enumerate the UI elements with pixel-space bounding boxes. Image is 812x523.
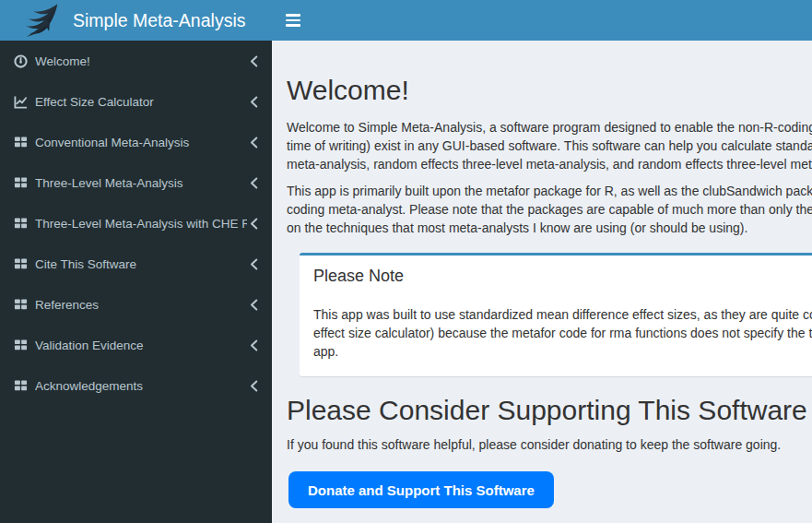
text-line: time of writing) exist in any GUI-based … [287,137,812,155]
sidebar-item-three-level-meta-analysis[interactable]: Three-Level Meta-Analysis [0,162,272,203]
sidebar-item-conventional-meta-analysis[interactable]: Conventional Meta-Analysis [0,122,272,162]
text-line: Welcome to Simple Meta-Analysis, a softw… [287,118,812,137]
top-navbar [272,0,812,41]
sidebar-item-cite-this-software[interactable]: Cite This Software [0,244,272,284]
chevron-left-icon [250,339,258,351]
main-header: Simple Meta-Analysis [0,0,812,41]
sidebar-item-three-level-meta-analysis-with-che-rve[interactable]: Three-Level Meta-Analysis with CHE RVE [0,203,272,244]
text-line: coding meta-analyst. Please note that th… [287,200,812,219]
chevron-left-icon [250,218,258,230]
table-icon [14,176,31,189]
sidebar-item-label: Three-Level Meta-Analysis with CHE RVE [35,217,247,231]
sidebar-item-label: Cite This Software [35,257,247,271]
sidebar-item-effect-size-calculator[interactable]: Effect Size Calculator [0,81,272,122]
please-note-box: Please Note This app was built to use st… [300,253,812,376]
chevron-left-icon [250,137,258,149]
sidebar-item-acknowledgements[interactable]: Acknowledgements [0,365,272,406]
note-box-body: This app was built to use standardized m… [300,291,812,376]
table-icon [14,298,31,311]
sidebar: Welcome! Effect Size Calculator Conventi… [0,41,272,523]
support-text: If you found this software helpful, plea… [287,435,812,454]
chart-line-icon [14,95,31,109]
text-line: This app is primarily built upon the met… [287,182,812,200]
chevron-left-icon [250,258,258,270]
sidebar-item-label: References [35,298,247,312]
gauge-icon [14,54,31,68]
intro-paragraph-2: This app is primarily built upon the met… [287,182,812,237]
chevron-left-icon [250,177,258,189]
chevron-left-icon [250,299,258,311]
sidebar-item-label: Conventional Meta-Analysis [35,136,247,149]
sidebar-item-welcome[interactable]: Welcome! [0,41,272,81]
chevron-left-icon [250,96,258,108]
sidebar-menu: Welcome! Effect Size Calculator Conventi… [0,41,272,406]
intro-paragraph-1: Welcome to Simple Meta-Analysis, a softw… [287,118,812,173]
content-area: Welcome! Welcome to Simple Meta-Analysis… [272,41,812,523]
note-box-header: Please Note [300,256,812,291]
text-line: This app was built to use standardized m… [313,305,812,324]
bars-icon [286,14,300,27]
support-title: Please Consider Supporting This Software [287,395,812,427]
donate-button[interactable]: Donate and Support This Software [288,471,554,508]
table-icon [14,379,31,392]
sidebar-item-label: Three-Level Meta-Analysis [35,176,247,190]
table-icon [14,339,31,351]
sidebar-item-label: Effect Size Calculator [35,95,247,109]
chevron-left-icon [250,55,258,67]
sidebar-item-label: Welcome! [35,54,247,68]
table-icon [14,217,31,230]
bird-logo-icon [20,2,59,39]
sidebar-item-references[interactable]: References [0,284,272,325]
welcome-title: Welcome! [287,75,812,107]
text-line: meta-analysis, random effects three-leve… [287,155,812,173]
sidebar-toggle-button[interactable] [272,0,313,41]
app-logo[interactable]: Simple Meta-Analysis [0,0,272,41]
app-title: Simple Meta-Analysis [73,10,245,31]
text-line: app. [313,342,812,361]
text-line: on the techniques that most meta-analyst… [287,219,812,237]
text-line: effect size calculator) because the meta… [313,324,812,342]
table-icon [14,136,31,149]
table-icon [14,257,31,270]
sidebar-item-validation-evidence[interactable]: Validation Evidence [0,325,272,365]
sidebar-item-label: Acknowledgements [35,379,247,393]
chevron-left-icon [250,380,258,392]
note-box-title: Please Note [313,267,812,286]
sidebar-item-label: Validation Evidence [35,339,247,352]
